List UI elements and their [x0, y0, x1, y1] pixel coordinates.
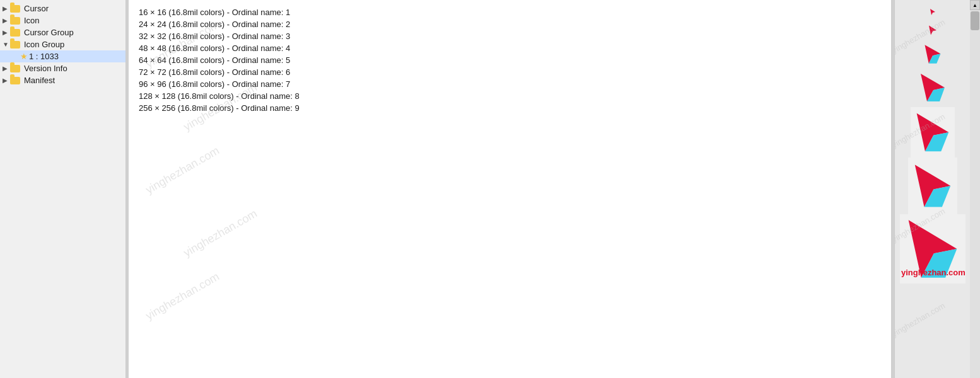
info-row-3: 32 × 32 (16.8mil colors) - Ordinal name:… [139, 30, 881, 42]
watermark-5: yinghezhan.com [144, 270, 222, 323]
tree-label-icon: Icon [24, 16, 40, 25]
chevron-icon-group [3, 41, 9, 48]
folder-cursor-group-icon [10, 29, 21, 37]
tree-item-cursor[interactable]: Cursor [0, 3, 125, 14]
folder-icon-group-icon [10, 41, 21, 49]
tree-panel[interactable]: Cursor Icon Cursor Group Icon Group ★ 1 … [0, 0, 126, 378]
info-row-4: 48 × 48 (16.8mil colors) - Ordinal name:… [139, 42, 881, 54]
cursor-preview-96 [902, 215, 963, 282]
info-row-2: 24 × 24 (16.8mil colors) - Ordinal name:… [139, 18, 881, 30]
tree-item-manifest[interactable]: Manifest [0, 74, 125, 86]
preview-panel: yinghezhan.com yinghezhan.com yinghezhan… [894, 0, 970, 378]
tree-label-version-info: Version Info [24, 64, 67, 73]
info-row-8: 128 × 128 (16.8mil colors) - Ordinal nam… [139, 90, 881, 102]
chevron-icon [3, 17, 9, 24]
preview-row-16[interactable] [930, 4, 936, 20]
preview-row-72[interactable] [908, 158, 957, 214]
tree-label-cursor-group: Cursor Group [24, 28, 74, 37]
chevron-cursor [3, 5, 9, 12]
cursor-preview-64 [913, 110, 952, 154]
preview-row-32[interactable] [923, 40, 943, 68]
cursor-preview-48 [918, 71, 947, 104]
folder-cursor-icon [10, 5, 21, 13]
chevron-cursor-group [3, 29, 9, 36]
watermark-4: yinghezhan.com [182, 207, 260, 260]
cursor-preview-24 [928, 25, 938, 36]
info-rows-container: 16 × 16 (16.8mil colors) - Ordinal name:… [139, 6, 881, 114]
tree-label-cursor: Cursor [24, 4, 49, 13]
cursor-preview-16 [930, 8, 936, 16]
tree-item-version-info[interactable]: Version Info [0, 62, 125, 74]
cursor-preview-72 [911, 161, 955, 210]
tree-label-1033: 1 : 1033 [29, 52, 59, 61]
folder-version-info-icon [10, 65, 21, 72]
info-row-9: 256 × 256 (16.8mil colors) - Ordinal nam… [139, 102, 881, 114]
preview-watermark-4: yinghezhan.com [894, 301, 947, 338]
info-row-6: 72 × 72 (16.8mil colors) - Ordinal name:… [139, 66, 881, 78]
chevron-manifest [3, 77, 9, 84]
info-row-1: 16 × 16 (16.8mil colors) - Ordinal name:… [139, 6, 881, 18]
tree-item-icon[interactable]: Icon [0, 14, 125, 26]
watermark-3: yinghezhan.com [144, 144, 222, 197]
cursor-preview-32 [923, 43, 943, 66]
scroll-up-button[interactable]: ▲ [970, 0, 980, 10]
tree-item-icon-group[interactable]: Icon Group [0, 38, 125, 50]
tree-item-cursor-group[interactable]: Cursor Group [0, 26, 125, 38]
tree-item-1033[interactable]: ★ 1 : 1033 [0, 50, 125, 62]
preview-row-64[interactable] [911, 107, 955, 158]
folder-manifest-icon [10, 77, 21, 84]
info-row-7: 96 × 96 (16.8mil colors) - Ordinal name:… [139, 78, 881, 90]
info-row-5: 64 × 64 (16.8mil colors) - Ordinal name:… [139, 54, 881, 66]
preview-row-96[interactable] [900, 214, 965, 284]
tree-label-icon-group: Icon Group [24, 40, 64, 49]
chevron-version-info [3, 65, 9, 72]
star-icon: ★ [20, 52, 28, 61]
folder-icon-icon [10, 17, 21, 25]
preview-row-24[interactable] [928, 20, 938, 40]
preview-row-48[interactable] [918, 68, 947, 107]
info-panel: yinghezhan.com yinghezhan.com yinghezhan… [129, 0, 892, 378]
tree-label-manifest: Manifest [24, 76, 55, 85]
scrollbar[interactable]: ▲ [970, 0, 980, 378]
scrollbar-thumb[interactable] [971, 11, 979, 30]
